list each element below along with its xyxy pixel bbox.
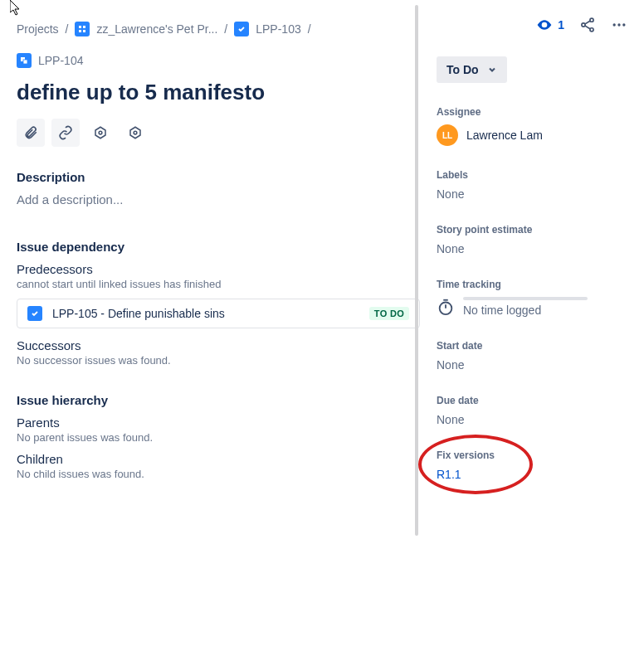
time-value: No time logged <box>463 304 588 317</box>
assignee-field[interactable]: LL Lawrence Lam <box>437 124 627 146</box>
svg-point-9 <box>134 131 137 134</box>
watch-button[interactable]: 1 <box>536 17 564 33</box>
app-button-2[interactable] <box>121 119 149 147</box>
children-label: Children <box>17 452 420 466</box>
linked-issue-row[interactable]: LPP-105 - Define punishable sins TO DO <box>17 299 420 328</box>
breadcrumb-sep: / <box>224 22 227 36</box>
due-date-value[interactable]: None <box>437 413 627 426</box>
svg-point-16 <box>613 23 616 26</box>
breadcrumb-sep: / <box>308 22 311 36</box>
story-point-label: Story point estimate <box>437 224 627 236</box>
stopwatch-icon <box>437 298 455 316</box>
dots-icon <box>611 17 627 33</box>
hexagon-icon <box>93 125 108 140</box>
breadcrumb-current[interactable]: LPP-104 <box>38 54 83 67</box>
start-date-value[interactable]: None <box>437 358 627 372</box>
fix-versions-value[interactable]: R1.1 <box>437 468 627 481</box>
svg-rect-3 <box>83 30 85 32</box>
description-placeholder[interactable]: Add a description... <box>17 192 420 206</box>
linked-issue-status: TO DO <box>369 307 409 320</box>
status-label: To Do <box>446 63 479 76</box>
hexagon-icon <box>128 125 143 140</box>
parents-hint: No parent issues was found. <box>17 431 420 444</box>
share-button[interactable] <box>579 17 596 33</box>
hierarchy-heading: Issue hierarchy <box>17 393 420 407</box>
successors-hint: No successor issues was found. <box>17 354 420 367</box>
svg-line-15 <box>585 26 591 29</box>
children-hint: No child issues was found. <box>17 468 420 480</box>
task-icon <box>234 22 249 36</box>
svg-rect-2 <box>79 30 81 32</box>
linked-issue-text: LPP-105 - Define punishable sins <box>52 307 359 320</box>
dependency-heading: Issue dependency <box>17 240 420 254</box>
predecessors-label: Predecessors <box>17 262 420 276</box>
svg-point-10 <box>544 23 546 26</box>
breadcrumb-project[interactable]: zz_Lawrence's Pet Pr... <box>96 22 217 36</box>
status-dropdown[interactable]: To Do <box>437 56 507 83</box>
attach-button[interactable] <box>17 119 45 147</box>
time-tracking-label: Time tracking <box>437 279 627 290</box>
breadcrumb: Projects / zz_Lawrence's Pet Pr... / LPP… <box>17 22 420 68</box>
breadcrumb-sep: / <box>66 22 69 36</box>
assignee-label: Assignee <box>437 106 627 118</box>
time-bar <box>463 297 588 300</box>
assignee-name: Lawrence Lam <box>466 129 543 142</box>
eye-icon <box>536 17 553 33</box>
issue-title[interactable]: define up to 5 manifesto <box>17 80 420 105</box>
svg-rect-5 <box>23 60 27 64</box>
project-icon <box>75 22 90 36</box>
svg-marker-6 <box>95 127 105 138</box>
breadcrumb-parent[interactable]: LPP-103 <box>256 22 300 36</box>
due-date-label: Due date <box>437 395 627 406</box>
svg-line-14 <box>585 21 591 24</box>
fix-versions-label: Fix versions <box>437 449 627 461</box>
watch-count: 1 <box>558 18 564 32</box>
time-tracking-field[interactable]: No time logged <box>437 297 627 317</box>
svg-point-18 <box>622 23 625 26</box>
avatar: LL <box>437 124 458 146</box>
story-point-value[interactable]: None <box>437 242 627 255</box>
share-icon <box>579 17 596 33</box>
svg-point-17 <box>617 23 620 26</box>
successors-label: Successors <box>17 338 420 352</box>
chevron-down-icon <box>487 65 497 75</box>
link-icon <box>58 125 73 140</box>
app-button-1[interactable] <box>86 119 115 147</box>
start-date-label: Start date <box>437 340 627 352</box>
link-button[interactable] <box>51 119 80 147</box>
breadcrumb-root[interactable]: Projects <box>17 22 59 36</box>
labels-label: Labels <box>437 169 627 181</box>
svg-marker-8 <box>130 127 140 138</box>
parents-label: Parents <box>17 415 420 430</box>
vertical-divider <box>415 5 418 536</box>
svg-rect-0 <box>79 26 81 28</box>
description-heading: Description <box>17 170 420 184</box>
predecessors-hint: cannot start until linked issues has fin… <box>17 278 420 290</box>
svg-rect-1 <box>83 26 85 28</box>
labels-value[interactable]: None <box>437 187 627 201</box>
svg-point-7 <box>99 131 102 134</box>
more-button[interactable] <box>611 17 627 33</box>
task-icon <box>27 306 42 321</box>
paperclip-icon <box>23 125 38 140</box>
subtask-icon <box>17 53 32 68</box>
